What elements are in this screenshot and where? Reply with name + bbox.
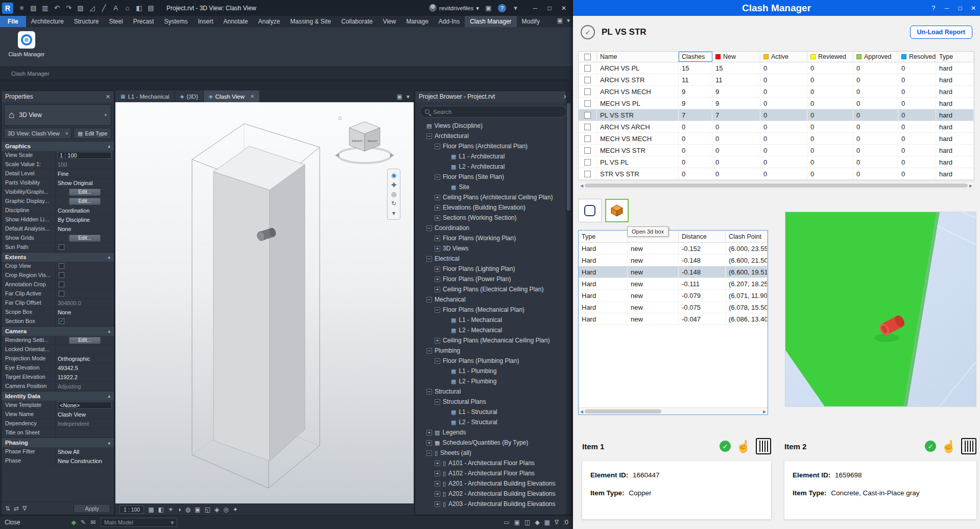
visual-style-icon[interactable]: ◧: [158, 506, 163, 513]
user-account-button[interactable]: revitdrivefiles ▾: [429, 4, 479, 12]
tree-toggle[interactable]: +: [435, 491, 440, 497]
tree-item[interactable]: ▦L1 - Plumbing: [415, 366, 571, 376]
default-3d-view-icon[interactable]: ⌂: [122, 3, 133, 13]
collapse-icon[interactable]: ▴: [108, 440, 110, 445]
ribbon-tab-architecture[interactable]: Architecture: [26, 16, 69, 27]
edit-button[interactable]: Edit...: [69, 198, 101, 205]
tree-toggle[interactable]: +: [435, 501, 440, 507]
tree-item[interactable]: +3D Views: [415, 243, 571, 254]
tree-toggle[interactable]: +: [435, 246, 440, 251]
tree-toggle[interactable]: +: [435, 461, 440, 466]
barcode-icon[interactable]: [756, 438, 771, 454]
expand-icon[interactable]: ▾: [392, 210, 395, 217]
tree-toggle[interactable]: −: [426, 389, 432, 395]
property-value[interactable]: Coordination: [56, 206, 114, 215]
sun-settings-icon[interactable]: ☀: [168, 506, 174, 513]
chevron-down-icon[interactable]: ▾: [567, 17, 570, 24]
checkbox[interactable]: [59, 244, 64, 250]
value-input[interactable]: 1 : 100: [58, 152, 112, 159]
model-canvas[interactable]: ⌂ FRONT RIGHT ◉✚◎↻▾: [115, 102, 414, 503]
properties-section-header[interactable]: Extents▴: [2, 252, 114, 262]
tree-item[interactable]: +Sections (Working Section): [415, 213, 571, 223]
ribbon-tab-steel[interactable]: Steel: [104, 16, 128, 27]
checkbox[interactable]: [59, 282, 64, 287]
tree-toggle[interactable]: −: [435, 307, 440, 313]
checkbox[interactable]: [584, 100, 591, 107]
value-input[interactable]: <None>: [58, 402, 112, 409]
browser-scrollbar[interactable]: [566, 91, 571, 515]
tree-item[interactable]: −Floor Plans (Site Plan): [415, 172, 571, 182]
tree-toggle[interactable]: −: [435, 144, 440, 149]
tree-toggle[interactable]: +: [426, 430, 432, 435]
checkbox[interactable]: [584, 124, 591, 130]
clash-detail-row[interactable]: Hardnew-0.148(6.600, 19.514,: [579, 266, 768, 278]
property-value[interactable]: [56, 428, 114, 437]
tree-toggle[interactable]: −: [426, 133, 432, 139]
maximize-button[interactable]: □: [542, 2, 557, 15]
property-value[interactable]: [56, 271, 114, 280]
property-value[interactable]: Show All: [56, 447, 114, 456]
tree-item[interactable]: −Mechanical: [415, 294, 571, 305]
checkbox[interactable]: [584, 77, 591, 83]
minimize-button[interactable]: ─: [940, 0, 953, 16]
hand-pointer-icon[interactable]: ☝: [736, 440, 751, 453]
clash-detail-row[interactable]: Hardnew-0.075(6.078, 15.504,: [579, 302, 768, 313]
tree-toggle[interactable]: +: [426, 440, 432, 446]
undo-icon[interactable]: ↶: [52, 3, 62, 13]
header-select-all[interactable]: [579, 52, 597, 62]
ribbon-tab-massing-site[interactable]: Massing & Site: [285, 16, 336, 27]
checkbox[interactable]: ✓: [59, 318, 64, 324]
tree-item[interactable]: ▦L2 - Mechanical: [415, 325, 571, 335]
checkbox[interactable]: [59, 263, 64, 269]
hand-pointer-icon[interactable]: ☝: [941, 440, 956, 453]
edit-button[interactable]: Edit...: [69, 235, 101, 242]
column-header-resolved[interactable]: Resolved: [898, 52, 936, 62]
property-value[interactable]: 1 : 100: [56, 151, 114, 159]
property-value[interactable]: [56, 262, 114, 270]
clash-test-row[interactable]: ARCH VS STR11110000hard: [579, 74, 974, 86]
type-selector[interactable]: ⌂ 3D View ▾: [4, 104, 111, 126]
approve-check-icon[interactable]: ✓: [925, 441, 936, 452]
clash-detail-row[interactable]: Hardnew-0.079(6.071, 11.904,: [579, 290, 768, 302]
tab-bar-options[interactable]: ▣ ▾: [393, 90, 414, 102]
ribbon-tab-modify[interactable]: Modify: [517, 16, 545, 27]
property-value[interactable]: Fine: [56, 169, 114, 178]
detail-level-icon[interactable]: ▦: [148, 506, 154, 513]
view-tab-l1-mechanical[interactable]: ▦ L1 - Mechanical: [115, 90, 175, 102]
collapse-icon[interactable]: ▴: [108, 394, 110, 399]
full-navigation-wheel-icon[interactable]: ◉: [391, 172, 396, 179]
crop-region-icon[interactable]: ◱: [205, 506, 210, 513]
ribbon-tab-view[interactable]: View: [378, 16, 401, 27]
pan-icon[interactable]: ✚: [391, 181, 396, 189]
sort-ascending-icon[interactable]: ⇅: [5, 505, 10, 512]
collapse-icon[interactable]: ▴: [108, 144, 110, 149]
detail-column-header-Clash Point[interactable]: Clash Point: [726, 231, 768, 242]
property-value[interactable]: 100: [56, 160, 114, 169]
property-value[interactable]: Show Original: [56, 178, 114, 187]
edit-type-button[interactable]: ▦ Edit Type: [74, 128, 111, 139]
crop-view-icon[interactable]: ▣: [195, 506, 200, 513]
detail-column-header-Distance[interactable]: Distance: [679, 231, 726, 242]
clash-detail-row[interactable]: Hardnew-0.148(6.600, 21.506,: [579, 255, 768, 266]
ribbon-tab-structure[interactable]: Structure: [69, 16, 104, 27]
checkbox[interactable]: [584, 88, 591, 95]
tree-toggle[interactable]: +: [435, 277, 440, 282]
tree-toggle[interactable]: +: [435, 215, 440, 221]
tile-views-icon[interactable]: ▣: [397, 93, 402, 100]
exclude-options-icon[interactable]: ▣: [514, 519, 520, 526]
print-icon[interactable]: ▨: [75, 3, 86, 13]
ribbon-tab-analyze[interactable]: Analyze: [253, 16, 285, 27]
panel-toggle-icon[interactable]: ▣: [557, 17, 563, 24]
workset-selector[interactable]: Main Model ▾: [101, 518, 177, 527]
tree-item[interactable]: ▦L2 - Architectural: [415, 162, 571, 172]
property-value[interactable]: [56, 289, 114, 298]
clash-test-row[interactable]: MECH VS PL990000hard: [579, 98, 974, 109]
property-value[interactable]: [56, 243, 114, 251]
tree-item[interactable]: +Floor Plans (Working Plan): [415, 233, 571, 243]
tree-item[interactable]: +Floor Plans (Lighting Plan): [415, 264, 571, 274]
property-value[interactable]: Edit...: [56, 188, 114, 196]
tree-item[interactable]: ▤Views (Discipline): [415, 121, 571, 131]
view-tab-clash-view[interactable]: ◈ Clash View ✕: [204, 90, 260, 102]
tree-item[interactable]: ▦L2 - Structural: [415, 417, 571, 427]
thin-lines-icon[interactable]: ▤: [146, 3, 156, 13]
